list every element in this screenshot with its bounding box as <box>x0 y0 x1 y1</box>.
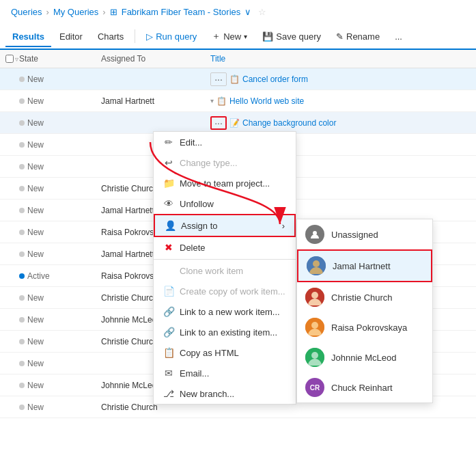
assign-unassigned[interactable]: Unassigned <box>297 219 432 249</box>
christie-label: Christie Church <box>331 292 393 303</box>
menu-change-type: ↩ Change type... <box>154 152 296 173</box>
menu-divider <box>154 259 296 260</box>
more-options-btn[interactable]: ··· <box>210 116 227 130</box>
row-state: New <box>19 359 101 368</box>
menu-link-existing-label: Link to an existing item... <box>180 327 277 338</box>
row-state: New <box>19 315 101 325</box>
row-state: New <box>19 228 101 237</box>
menu-unfollow[interactable]: 👁 Unfollow <box>154 193 296 214</box>
svg-point-4 <box>311 292 318 299</box>
row-state: New <box>19 337 101 346</box>
menu-edit[interactable]: ✏ Edit... <box>154 132 296 152</box>
row-state: New <box>19 402 101 412</box>
tab-results[interactable]: Results <box>5 27 51 47</box>
header-assigned: Assigned To <box>101 54 210 64</box>
row-state: New <box>19 96 101 106</box>
state-dot <box>19 405 25 410</box>
breadcrumb-icon: ⊞ <box>110 7 117 17</box>
avatar-johnnie <box>305 348 324 367</box>
save-query-button[interactable]: 💾 Save query <box>255 28 328 45</box>
assign-johnnie[interactable]: Johnnie McLeod <box>297 342 432 372</box>
row-assigned: Jamal Hartnett <box>101 96 210 106</box>
more-options-button[interactable]: ... <box>388 28 409 45</box>
row-title-text: Change background color <box>242 118 336 128</box>
assign-chevron-icon: › <box>282 221 285 231</box>
select-all-checkbox[interactable] <box>5 55 14 63</box>
tab-editor[interactable]: Editor <box>53 27 89 47</box>
state-dot <box>19 120 25 126</box>
avatar-christie <box>305 288 324 307</box>
menu-email[interactable]: ✉ Email... <box>154 363 296 383</box>
state-dot <box>19 339 25 344</box>
assign-christie[interactable]: Christie Church <box>297 282 432 312</box>
delete-icon: ✖ <box>163 242 174 253</box>
row-state: New <box>19 74 101 84</box>
breadcrumb-star[interactable]: ☆ <box>258 7 266 17</box>
link-existing-icon: 🔗 <box>163 327 174 338</box>
menu-move-team[interactable]: 📁 Move to team project... <box>154 173 296 193</box>
menu-change-type-label: Change type... <box>180 158 238 168</box>
avatar-chuck: CR <box>305 378 324 397</box>
menu-copy-html[interactable]: 📋 Copy as HTML <box>154 342 296 363</box>
more-btn[interactable]: ··· <box>210 72 227 86</box>
wi-icon-story: 📋 <box>229 74 240 84</box>
menu-copy-html-label: Copy as HTML <box>180 348 239 358</box>
rename-button[interactable]: ✎ Rename <box>329 28 387 45</box>
row-state: New <box>19 206 101 215</box>
state-dot <box>19 295 25 301</box>
edit-icon: ✏ <box>163 137 174 148</box>
row-state: Active <box>19 271 101 281</box>
breadcrumb-chevron[interactable]: ∨ <box>244 7 251 17</box>
menu-link-new[interactable]: 🔗 Link to a new work item... <box>154 301 296 322</box>
menu-unfollow-label: Unfollow <box>180 199 214 209</box>
breadcrumb-queries[interactable]: Queries <box>11 7 42 17</box>
row-state: New <box>19 140 101 150</box>
header-check[interactable]: ▿ <box>5 54 19 64</box>
avatar-raisa <box>305 318 324 337</box>
copy-html-icon: 📋 <box>163 347 174 358</box>
new-button[interactable]: ＋ New ▾ <box>205 27 254 46</box>
row-title[interactable]: ··· 📋 Cancel order form <box>210 72 471 86</box>
state-dot <box>19 251 25 257</box>
menu-move-label: Move to team project... <box>180 178 270 189</box>
assign-jamal[interactable]: Jamal Hartnett <box>297 249 432 282</box>
menu-create-copy-label: Create copy of work item... <box>180 286 285 297</box>
jamal-label: Jamal Hartnett <box>333 261 391 271</box>
expand-icon: ▾ <box>210 97 214 105</box>
state-dot <box>19 273 25 279</box>
row-title[interactable]: ▾ 📋 Hello World web site <box>210 96 471 106</box>
menu-link-existing[interactable]: 🔗 Link to an existing item... <box>154 322 296 342</box>
save-label: Save query <box>276 31 321 42</box>
menu-delete[interactable]: ✖ Delete <box>154 237 296 258</box>
run-query-button[interactable]: ▷ Run query <box>139 28 204 45</box>
state-dot <box>19 208 25 213</box>
menu-email-label: Email... <box>180 368 209 379</box>
state-dot <box>19 230 25 235</box>
menu-new-branch[interactable]: ⎇ New branch... <box>154 383 296 404</box>
state-dot <box>19 361 25 366</box>
row-title-text: Cancel order form <box>242 74 308 84</box>
wi-icon-task: 📝 <box>229 118 240 128</box>
wi-icon-story: 📋 <box>216 96 227 106</box>
table-row: New ··· 📋 Cancel order form <box>0 68 476 90</box>
breadcrumb-myqueries[interactable]: My Queries <box>53 7 98 17</box>
change-type-icon: ↩ <box>163 157 174 168</box>
tab-charts[interactable]: Charts <box>91 27 130 47</box>
raisa-label: Raisa Pokrovskaya <box>331 323 407 333</box>
row-state: New <box>19 162 101 172</box>
assign-raisa[interactable]: Raisa Pokrovskaya <box>297 312 432 342</box>
breadcrumb-current[interactable]: Fabrikam Fiber Team - Stories <box>122 7 241 17</box>
rename-label: Rename <box>346 31 380 42</box>
state-dot <box>19 317 25 323</box>
menu-assign-to[interactable]: 👤 Assign to › <box>154 214 296 237</box>
new-icon: ＋ <box>212 30 221 42</box>
branch-icon: ⎇ <box>163 388 174 399</box>
context-menu: ✏ Edit... ↩ Change type... 📁 Move to tea… <box>153 131 296 405</box>
move-icon: 📁 <box>163 178 174 189</box>
new-chevron-icon: ▾ <box>244 33 247 40</box>
save-icon: 💾 <box>262 31 273 42</box>
menu-create-copy: 📄 Create copy of work item... <box>154 281 296 301</box>
assign-chuck[interactable]: CR Chuck Reinhart <box>297 372 432 402</box>
state-dot <box>19 142 25 148</box>
row-title[interactable]: ··· 📝 Change background color <box>210 116 471 130</box>
